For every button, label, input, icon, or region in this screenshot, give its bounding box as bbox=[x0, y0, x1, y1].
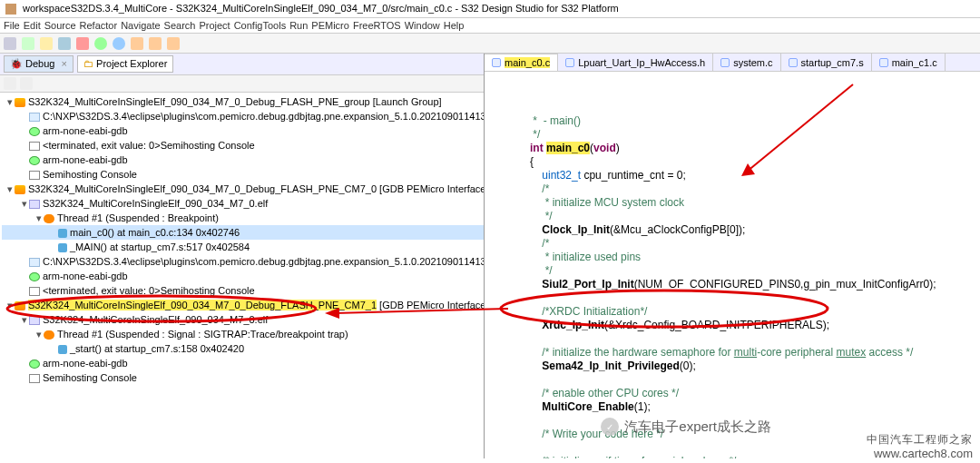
code-line[interactable]: Sema42_Ip_Init_Privileged(0); bbox=[530, 360, 980, 373]
tree-node[interactable]: <terminated, exit value: 0>Semihosting C… bbox=[2, 283, 484, 298]
menu-help[interactable]: Help bbox=[444, 20, 465, 31]
tree-node[interactable]: arm-none-eabi-gdb bbox=[2, 153, 484, 167]
tree-node[interactable]: C:\NXP\S32DS.3.4\eclipse\plugins\com.pem… bbox=[2, 109, 484, 123]
tree-node[interactable]: ▾Thread #1 (Suspended : Breakpoint) bbox=[2, 211, 484, 225]
code-line[interactable]: uint32_t cpu_runtime_cnt = 0; bbox=[530, 169, 980, 182]
code-line[interactable] bbox=[530, 332, 980, 346]
editor-tab[interactable]: main_c1.c bbox=[872, 54, 946, 71]
stop-icon[interactable] bbox=[76, 37, 89, 50]
tree-node[interactable]: C:\NXP\S32DS.3.4\eclipse\plugins\com.pem… bbox=[2, 254, 484, 269]
menu-source[interactable]: Source bbox=[44, 20, 76, 31]
run-icon[interactable] bbox=[94, 37, 107, 50]
console-icon bbox=[29, 142, 40, 151]
console-icon bbox=[29, 171, 40, 180]
tree-node[interactable]: _start() at startup_cm7.s:158 0x402420 bbox=[2, 341, 484, 356]
code-line[interactable]: */ bbox=[530, 264, 980, 278]
tree-node[interactable]: main_c0() at main_c0.c:134 0x402746 bbox=[2, 225, 484, 240]
menu-freertos[interactable]: FreeRTOS bbox=[353, 20, 401, 31]
tree-node[interactable]: ▾S32K324_MultiCoreInSingleElf_090_034_M7… bbox=[2, 182, 484, 196]
tree-node[interactable]: Semihosting Console bbox=[2, 167, 484, 182]
code-line[interactable]: /* bbox=[530, 237, 980, 251]
twisty-icon[interactable]: ▾ bbox=[5, 94, 15, 109]
code-line[interactable]: Clock_Ip_Init(&Mcu_aClockConfigPB[0]); bbox=[530, 223, 980, 237]
tree-node[interactable]: Semihosting Console bbox=[2, 370, 484, 385]
menu-window[interactable]: Window bbox=[405, 20, 440, 31]
code-line[interactable]: */ bbox=[530, 128, 980, 142]
launch-icon bbox=[15, 98, 25, 107]
link-icon[interactable] bbox=[20, 77, 33, 90]
main-toolbar bbox=[0, 34, 980, 54]
build-icon[interactable] bbox=[40, 37, 53, 50]
code-line[interactable]: */ bbox=[530, 210, 980, 223]
twisty-icon[interactable]: ▾ bbox=[5, 298, 15, 312]
code-line[interactable] bbox=[530, 291, 980, 305]
gdb-icon bbox=[29, 272, 40, 281]
code-line[interactable]: /* bbox=[530, 182, 980, 196]
tab-project-explorer[interactable]: 🗀 Project Explorer bbox=[77, 55, 173, 73]
menu-configtools[interactable]: ConfigTools bbox=[234, 20, 286, 31]
console-icon bbox=[29, 287, 40, 296]
menu-run[interactable]: Run bbox=[289, 20, 308, 31]
editor-tab[interactable]: Lpuart_Uart_Ip_HwAccess.h bbox=[558, 54, 713, 71]
step-return-icon[interactable] bbox=[167, 37, 180, 50]
tree-node[interactable]: ▾Thread #1 (Suspended : Signal : SIGTRAP… bbox=[2, 327, 484, 341]
editor-tab[interactable]: system.c bbox=[713, 54, 780, 71]
menu-file[interactable]: File bbox=[4, 20, 20, 31]
close-icon[interactable]: × bbox=[62, 58, 67, 69]
code-line[interactable]: * - main() bbox=[530, 114, 980, 128]
menu-project[interactable]: Project bbox=[199, 20, 230, 31]
code-line[interactable]: * initialize used pins bbox=[530, 251, 980, 264]
code-line[interactable]: MultiCore_Enable(1); bbox=[530, 400, 980, 414]
code-line[interactable] bbox=[530, 373, 980, 387]
file-icon bbox=[29, 113, 40, 122]
tree-node[interactable]: arm-none-eabi-gdb bbox=[2, 269, 484, 283]
menu-refactor[interactable]: Refactor bbox=[80, 20, 118, 31]
code-line[interactable]: Xrdc_Ip_Init(&Xrdc_Config_BOARD_INITPERI… bbox=[530, 319, 980, 332]
twisty-icon[interactable]: ▾ bbox=[5, 182, 15, 196]
tree-node[interactable]: _MAIN() at startup_cm7.s:517 0x402584 bbox=[2, 240, 484, 254]
tree-node[interactable]: ▾S32K324_MultiCoreInSingleElf_090_034_M7… bbox=[2, 94, 484, 109]
window-title: workspaceS32DS.3.4_MultiCore - S32K324_M… bbox=[23, 3, 619, 14]
tree-node[interactable]: <terminated, exit value: 0>Semihosting C… bbox=[2, 138, 484, 153]
twisty-icon[interactable]: ▾ bbox=[34, 211, 44, 225]
code-editor[interactable]: * - main() */int main_c0(void){ uint32_t… bbox=[485, 72, 980, 458]
twisty-icon[interactable]: ▾ bbox=[20, 312, 29, 327]
save-icon[interactable] bbox=[22, 37, 34, 50]
frame-icon bbox=[58, 229, 67, 238]
hammer-icon[interactable] bbox=[58, 37, 71, 50]
step-over-icon[interactable] bbox=[131, 37, 143, 50]
tree-node[interactable]: arm-none-eabi-gdb bbox=[2, 123, 484, 138]
code-line[interactable]: /* initialize the hardware semaphore for… bbox=[530, 346, 980, 360]
code-line[interactable]: * initialize MCU system clock bbox=[530, 196, 980, 210]
frame-icon bbox=[58, 345, 67, 354]
gdb-icon bbox=[29, 360, 40, 369]
tree-label: S32K324_MultiCoreInSingleElf_090_034_M7_… bbox=[43, 314, 268, 325]
editor-tab[interactable]: startup_cm7.s bbox=[781, 54, 872, 71]
menu-pemicro[interactable]: PEMicro bbox=[311, 20, 349, 31]
debug-tree[interactable]: ▾S32K324_MultiCoreInSingleElf_090_034_M7… bbox=[0, 93, 484, 458]
thread-icon bbox=[44, 330, 54, 340]
tree-node[interactable]: ▾S32K324_MultiCoreInSingleElf_090_034_M7… bbox=[2, 298, 484, 312]
twisty-icon[interactable]: ▾ bbox=[20, 196, 29, 211]
tree-node[interactable]: ▾S32K324_MultiCoreInSingleElf_090_034_M7… bbox=[2, 196, 484, 211]
tree-node[interactable]: ▾S32K324_MultiCoreInSingleElf_090_034_M7… bbox=[2, 312, 484, 327]
collapse-all-icon[interactable] bbox=[4, 77, 16, 90]
tab-pe-label: Project Explorer bbox=[96, 58, 167, 69]
code-line[interactable]: int main_c0(void) bbox=[530, 142, 980, 155]
tree-label: S32K324_MultiCoreInSingleElf_090_034_M7_… bbox=[28, 96, 442, 107]
code-line[interactable]: /* enable other CPU cores */ bbox=[530, 387, 980, 400]
debug-icon[interactable] bbox=[113, 37, 125, 50]
menu-navigate[interactable]: Navigate bbox=[121, 20, 160, 31]
tree-label: Semihosting Console bbox=[43, 169, 137, 180]
code-line[interactable]: /*XRDC Initialization*/ bbox=[530, 305, 980, 319]
code-line[interactable]: { bbox=[530, 155, 980, 169]
editor-tab[interactable]: main_c0.c bbox=[485, 54, 558, 71]
tree-node[interactable]: arm-none-eabi-gdb bbox=[2, 356, 484, 370]
tab-debug[interactable]: 🐞 Debug × bbox=[4, 55, 74, 73]
step-into-icon[interactable] bbox=[149, 37, 162, 50]
menu-edit[interactable]: Edit bbox=[24, 20, 41, 31]
code-line[interactable]: Siul2_Port_Ip_Init(NUM_OF_CONFIGURED_PIN… bbox=[530, 278, 980, 291]
new-icon[interactable] bbox=[4, 37, 16, 50]
twisty-icon[interactable]: ▾ bbox=[34, 327, 44, 341]
menu-search[interactable]: Search bbox=[164, 20, 196, 31]
